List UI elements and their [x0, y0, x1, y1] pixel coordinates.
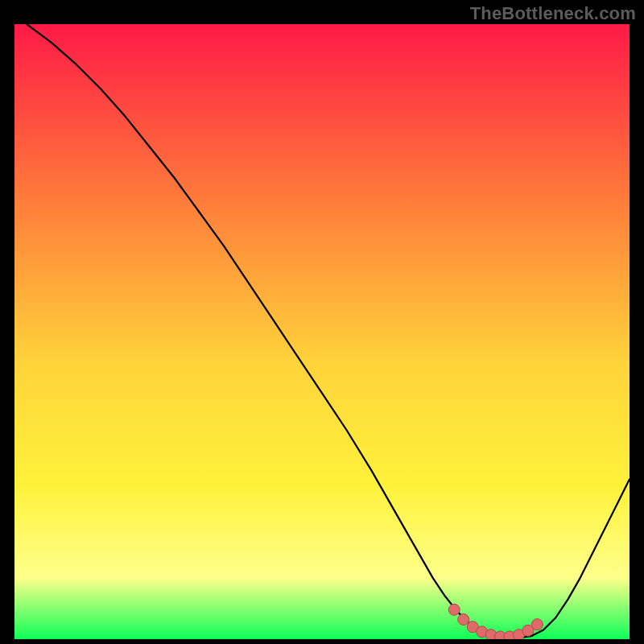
- optimal-marker: [531, 619, 543, 630]
- attribution-label: TheBottleneck.com: [470, 3, 636, 24]
- bottleneck-chart: [14, 24, 630, 639]
- optimal-marker: [458, 614, 469, 625]
- plot-background: [14, 24, 630, 639]
- chart-stage: TheBottleneck.com: [0, 0, 644, 644]
- optimal-marker: [448, 604, 460, 615]
